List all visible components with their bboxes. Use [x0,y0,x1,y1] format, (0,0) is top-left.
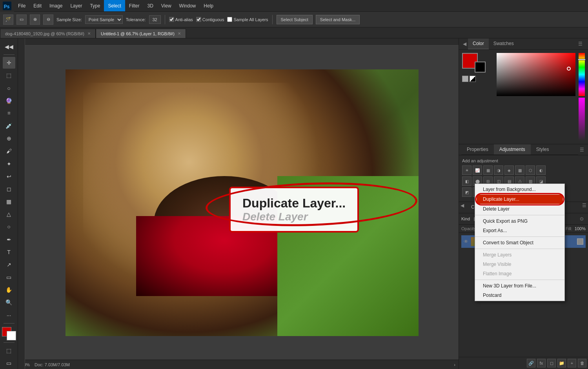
canvas-area: Duplicate Layer... Delete Layer 60% Doc:… [18,38,459,369]
menu-image[interactable]: Image [46,0,66,11]
layer-visibility-icon[interactable]: 👁 [464,239,468,244]
ctx-quick-export[interactable]: Quick Export as PNG [475,216,564,226]
new-layer-btn[interactable]: + [568,359,576,367]
ctx-postcard[interactable]: Postcard [475,291,564,300]
tab-untitled[interactable]: Untitled-1 @ 66.7% (Layer 1, RGB/8#) ✕ [96,29,186,38]
ctx-delete-layer[interactable]: Delete Layer [475,204,564,214]
tab-swatches[interactable]: Swatches [489,38,519,49]
sample-all-checkbox[interactable]: Sample All Layers [227,17,268,22]
eraser-tool-btn[interactable]: ◻ [3,183,15,195]
tab-dog-photo-close[interactable]: ✕ [87,31,91,36]
layers-panel-menu[interactable]: ☰ [581,202,588,213]
tool-magic-wand-icon[interactable]: 🪄 [3,15,13,25]
layers-panel-collapse[interactable]: ◀ [459,202,466,213]
photo-filter-icon[interactable]: ◧ [462,176,471,186]
reset-colors-icon[interactable] [462,76,468,82]
main-area: ◀◀ ✛ ⬚ ○ 🔮 ⌗ 💉 ⊕ 🖌 ✦ ↩ ◻ ▦ △ ○ ✒ T ↗ ▭ ✋… [0,38,588,369]
tolerance-input[interactable] [149,15,161,24]
menu-edit[interactable]: Edit [29,0,46,11]
menu-layer[interactable]: Layer [66,0,86,11]
background-color[interactable] [7,331,16,340]
rectangle-tool-btn[interactable]: ▭ [3,271,15,283]
crop-tool-btn[interactable]: ⌗ [3,107,15,119]
collapse-toolbar-btn[interactable]: ◀◀ [3,41,15,53]
adj-panel-menu[interactable]: ☰ [578,146,586,153]
menu-select[interactable]: Select [104,0,125,11]
menu-filter[interactable]: Filter [125,0,144,11]
menu-type[interactable]: Type [86,0,104,11]
delete-layer-btn[interactable]: 🗑 [578,359,586,367]
add-fx-btn[interactable]: fx [537,359,546,367]
brush-tool-btn[interactable]: 🖌 [3,145,15,157]
sample-size-select[interactable]: Point Sample [85,15,123,24]
exposure-icon[interactable]: ◑ [494,165,503,175]
switch-colors-icon[interactable] [470,76,476,82]
magic-wand-tool-btn[interactable]: 🔮 [3,95,15,107]
menu-view[interactable]: View [157,0,175,11]
menu-help[interactable]: Help [200,0,217,11]
tool-option-btn2[interactable]: ⊕ [30,15,40,25]
tab-color[interactable]: Color [468,38,489,49]
anti-alias-checkbox[interactable]: Anti-alias [169,17,193,22]
add-link-btn[interactable]: 🔗 [527,359,535,367]
levels-icon[interactable]: ▦ [483,165,493,175]
color-panel-collapse[interactable]: ◀ [461,40,468,47]
extra-tool-btn[interactable]: ··· [3,309,15,321]
lasso-tool-btn[interactable]: ○ [3,82,15,94]
path-selection-tool-btn[interactable]: ↗ [3,259,15,271]
gradient-tool-btn[interactable]: ▦ [3,196,15,207]
color-picker-gradient[interactable] [497,53,575,96]
ctx-convert-smart[interactable]: Convert to Smart Object [475,238,564,247]
menu-file[interactable]: File [14,0,29,11]
text-tool-btn[interactable]: T [3,246,15,258]
canvas-context-popup: Duplicate Layer... Delete Layer [229,187,359,233]
scroll-indicator[interactable]: › [454,362,455,367]
background-swatch[interactable] [475,62,486,73]
alpha-slider[interactable] [579,98,585,141]
dodge-tool-btn[interactable]: ○ [3,221,15,233]
new-group-btn[interactable]: 📁 [557,359,566,367]
history-brush-tool-btn[interactable]: ↩ [3,171,15,182]
black-white-icon[interactable]: ◐ [536,165,546,175]
tab-untitled-close[interactable]: ✕ [178,31,181,36]
hsl-icon[interactable]: ▩ [515,165,524,175]
tab-adjustments[interactable]: Adjustments [494,144,531,155]
screen-mode-btn[interactable]: ▭ [3,357,15,369]
ctx-duplicate-layer[interactable]: Duplicate Layer... [477,194,563,204]
color-panel-menu[interactable]: ☰ [577,40,584,47]
tab-untitled-label: Untitled-1 @ 66.7% (Layer 1, RGB/8#) [101,31,175,36]
pen-tool-btn[interactable]: ✒ [3,234,15,245]
hand-tool-btn[interactable]: ✋ [3,284,15,296]
brightness-icon[interactable]: ☀ [462,165,471,175]
ctx-new-3d[interactable]: New 3D Layer from File... [475,281,564,291]
eyedropper-tool-btn[interactable]: 💉 [3,120,15,132]
healing-brush-tool-btn[interactable]: ⊕ [3,133,15,144]
ctx-export-as[interactable]: Export As... [475,226,564,235]
ctx-layer-from-bg[interactable]: Layer from Background... [475,185,564,194]
tab-styles[interactable]: Styles [531,144,555,155]
adj-icon-9[interactable]: ◩ [462,187,471,197]
contiguous-checkbox[interactable]: Contiguous [196,17,224,22]
vibrance-icon[interactable]: ◈ [504,165,514,175]
filter-toggle-icon[interactable]: ⊙ [578,215,586,223]
quick-mask-btn[interactable]: ⬚ [3,345,15,356]
move-tool-btn[interactable]: ✛ [3,57,15,69]
blur-tool-btn[interactable]: △ [3,208,15,220]
tab-properties[interactable]: Properties [461,144,494,155]
tool-option-btn3[interactable]: ⊖ [43,15,53,25]
zoom-tool-btn[interactable]: 🔍 [3,296,15,308]
canvas-container[interactable]: Duplicate Layer... Delete Layer [25,45,459,360]
select-subject-button[interactable]: Select Subject [277,15,313,24]
select-mask-button[interactable]: Select and Mask... [316,15,360,24]
tab-dog-photo[interactable]: dog-4180480_1920.jpg @ 60% (RGB/8#) ✕ [0,29,96,38]
curves-icon[interactable]: 📈 [473,165,482,175]
menu-3d[interactable]: 3D [143,0,157,11]
hue-slider[interactable] [579,53,585,96]
menu-window[interactable]: Window [175,0,200,11]
color-balance-icon[interactable]: ⬡ [526,165,535,175]
ctx-sep4 [475,280,564,280]
marquee-tool-btn[interactable]: ⬚ [3,69,15,81]
add-mask-btn[interactable]: ◻ [547,359,556,367]
clone-tool-btn[interactable]: ✦ [3,158,15,169]
tool-option-btn1[interactable]: ▭ [16,15,27,25]
